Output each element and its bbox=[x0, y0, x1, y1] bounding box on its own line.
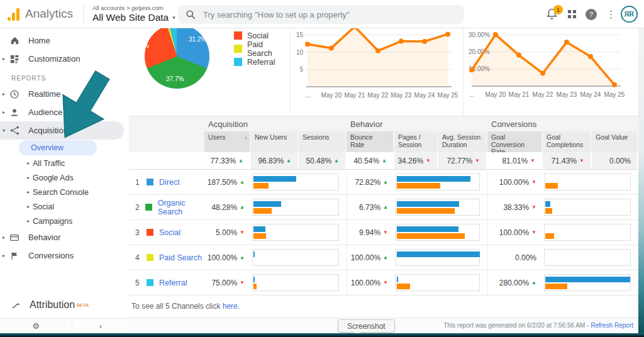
property-selector[interactable]: All accounts > getjess.com All Web Site … bbox=[92, 4, 175, 23]
summary-cell: 77.33%▲ bbox=[204, 152, 251, 169]
orange-bar bbox=[253, 284, 257, 289]
sort-arrow-icon: ↓ bbox=[388, 134, 391, 151]
column-header[interactable]: Goal Conversion Rate↓ bbox=[487, 131, 543, 152]
sort-arrow-icon: ↓ bbox=[245, 134, 248, 151]
search-bar[interactable] bbox=[178, 5, 464, 24]
legend-swatch bbox=[234, 58, 242, 66]
sidebar-item-realtime[interactable]: ▸ Realtime bbox=[0, 85, 129, 103]
refresh-report-link[interactable]: Refresh Report bbox=[591, 322, 633, 329]
bar-frame bbox=[396, 274, 480, 291]
column-header[interactable]: Pages / Session↓ bbox=[394, 131, 438, 152]
sidebar-label: Conversions bbox=[28, 251, 74, 260]
top-bar: Analytics All accounts > getjess.com All… bbox=[0, 0, 644, 28]
channel-link[interactable]: Referral bbox=[159, 279, 187, 287]
sidebar-item-customization[interactable]: ▸ Customization bbox=[0, 50, 129, 68]
bar-frame bbox=[252, 199, 339, 216]
sidebar-item-all-traffic[interactable]: ▸ All Traffic bbox=[0, 156, 129, 170]
channel-link[interactable]: Paid Search bbox=[159, 253, 202, 262]
sidebar-item-google-ads[interactable]: ▸ Google Ads bbox=[0, 170, 129, 185]
metric-change-value: 9.94% bbox=[359, 228, 380, 237]
settings-button[interactable]: ⚙ bbox=[0, 319, 72, 333]
kebab-menu-button[interactable]: ⋮ bbox=[606, 9, 611, 20]
sort-arrow-icon: ↓ bbox=[432, 134, 435, 151]
summary-value: 72.77% bbox=[447, 157, 472, 165]
goal-completions-bars-cell bbox=[543, 270, 638, 295]
screenshot-button[interactable]: Screenshot bbox=[338, 319, 395, 333]
sort-arrow-icon: ↓ bbox=[292, 134, 295, 151]
channel-label-cell: 2Organic Search bbox=[129, 195, 204, 219]
channel-link[interactable]: Organic Search bbox=[158, 199, 204, 216]
metric-change-value: 187.50% bbox=[208, 178, 237, 187]
collapse-sidebar-button[interactable]: ‹ bbox=[72, 319, 129, 333]
sidebar-item-search-console[interactable]: ▸ Search Console bbox=[0, 185, 129, 199]
group-behavior: Behavior bbox=[347, 119, 487, 129]
see-all-channels-link[interactable]: here bbox=[223, 302, 238, 311]
row-label-column-header bbox=[129, 131, 204, 152]
sidebar-item-overview[interactable]: Overview bbox=[19, 140, 97, 155]
sidebar-item-campaigns[interactable]: ▸ Campaigns bbox=[0, 214, 129, 228]
beta-badge: BETA bbox=[77, 302, 89, 308]
analytics-app: Analytics All accounts > getjess.com All… bbox=[0, 0, 644, 337]
bar-frame bbox=[396, 199, 480, 216]
pie-slice-label: 31.2% bbox=[189, 36, 206, 43]
orange-bar bbox=[397, 183, 440, 189]
metric-change-cell: 100.00%▲ bbox=[347, 245, 394, 270]
help-button[interactable]: ? bbox=[586, 9, 597, 20]
metric-change-value: 72.82% bbox=[355, 178, 380, 187]
table-row: 4Paid Search100.00%▲100.00%▲0.00% bbox=[129, 245, 638, 270]
caret-right-icon: ▸ bbox=[27, 175, 30, 180]
column-header[interactable]: New Users↓ bbox=[251, 131, 299, 152]
table-summary-row: 77.33%▲96.83%▲50.48%▲40.54%▲34.26%▼72.77… bbox=[129, 152, 638, 170]
row-number: 2 bbox=[135, 203, 144, 212]
column-header[interactable]: Bounce Rate↓ bbox=[347, 131, 394, 152]
change-arrow-up: ▲ bbox=[240, 179, 245, 185]
metric-change-cell: 6.73%▲ bbox=[347, 195, 394, 219]
column-header[interactable]: Goal Completions↓ bbox=[543, 131, 592, 152]
avatar[interactable]: RR bbox=[621, 6, 638, 23]
sort-arrow-icon: ↓ bbox=[340, 134, 343, 151]
notifications-button[interactable]: 1 bbox=[546, 8, 558, 21]
column-header[interactable]: Goal Value↓ bbox=[592, 131, 638, 152]
svg-text:May 25: May 25 bbox=[604, 91, 625, 98]
behavior-icon bbox=[9, 232, 20, 243]
sidebar-item-social[interactable]: ▸ Social bbox=[0, 199, 129, 214]
pie-slice-label: 37.7% bbox=[166, 75, 184, 82]
column-header[interactable]: Avg. Session Duration↓ bbox=[438, 131, 487, 152]
apps-grid-button[interactable] bbox=[568, 10, 576, 18]
sidebar-item-behavior[interactable]: ▸ Behavior bbox=[0, 228, 129, 246]
caret-right-icon: ▸ bbox=[27, 218, 30, 224]
chevron-left-icon: ‹ bbox=[99, 322, 102, 331]
change-arrow-up: ▲ bbox=[334, 158, 339, 163]
metric-change-value: 100.00% bbox=[351, 253, 380, 262]
caret-right-icon: ▸ bbox=[0, 235, 8, 240]
analytics-logo[interactable]: Analytics bbox=[8, 7, 73, 21]
legend-label: Referral bbox=[247, 58, 275, 67]
sidebar-label: Overview bbox=[31, 143, 64, 152]
blue-bar bbox=[397, 176, 470, 182]
metric-change-cell: 75.00%▼ bbox=[204, 270, 251, 295]
metric-change-cell: 100.00%▼ bbox=[347, 270, 394, 295]
sidebar-item-attribution[interactable]: Attribution BETA bbox=[0, 297, 129, 313]
attribution-icon bbox=[10, 299, 21, 311]
search-input[interactable] bbox=[202, 9, 457, 20]
column-header-label: Pages / Session bbox=[398, 134, 432, 151]
bar-frame bbox=[252, 249, 339, 266]
sidebar-item-home[interactable]: Home bbox=[0, 31, 129, 50]
sidebar-item-conversions[interactable]: ▸ Conversions bbox=[0, 246, 129, 265]
pie-slice-label: 26% bbox=[136, 42, 149, 49]
bar-frame bbox=[252, 174, 339, 191]
column-header[interactable]: Users↓ bbox=[204, 131, 251, 152]
legend-item: Paid Search bbox=[234, 42, 290, 55]
flag-icon bbox=[9, 250, 20, 262]
legend-swatch bbox=[234, 31, 242, 40]
sidebar-item-audience[interactable]: ▸ Audience bbox=[0, 103, 129, 121]
sidebar-item-acquisition[interactable]: ▾ Acquisition bbox=[0, 121, 124, 140]
column-header[interactable]: Sessions↓ bbox=[299, 131, 347, 152]
report-generated-note: This report was generated on 6/2/20 at 7… bbox=[443, 322, 633, 329]
channel-link[interactable]: Social bbox=[159, 228, 180, 237]
channel-link[interactable]: Direct bbox=[159, 178, 180, 187]
main-content: 26%31.2%37.7% SocialPaid SearchReferral … bbox=[129, 28, 638, 333]
table-row: 5Referral75.00%▼100.00%▼280.00%▲ bbox=[129, 270, 638, 296]
summary-value: 96.83% bbox=[258, 157, 284, 165]
conversion-line-chart: 10.00%20.00%30.00%...May 20May 21May 22M… bbox=[464, 28, 638, 116]
